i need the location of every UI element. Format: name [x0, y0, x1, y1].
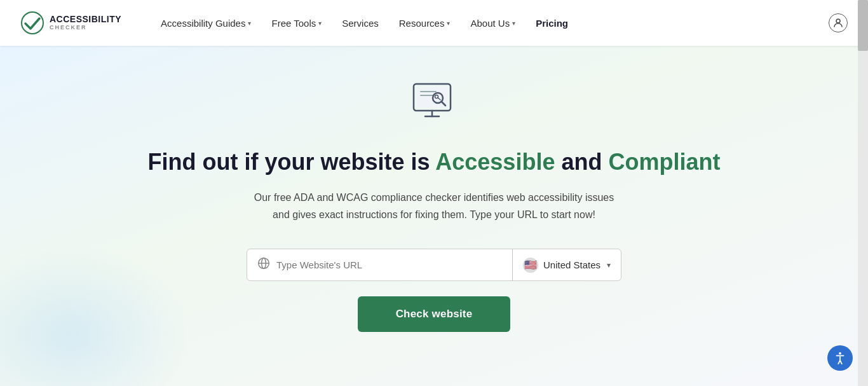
logo[interactable]: ACCESSIBILITY CHECKER: [20, 11, 121, 35]
hero-title-part1: Find out if your website is: [148, 149, 436, 175]
svg-point-16: [839, 352, 841, 355]
nav-label-free-tools: Free Tools: [271, 18, 316, 29]
chevron-down-icon: ▾: [318, 20, 322, 27]
nav-item-about-us[interactable]: About Us ▾: [461, 13, 524, 34]
nav-label-about-us: About Us: [470, 18, 510, 29]
nav-item-services[interactable]: Services: [333, 13, 388, 34]
nav-label-accessibility-guides: Accessibility Guides: [161, 18, 245, 29]
hero-title-part2: and: [555, 149, 608, 175]
nav-item-free-tools[interactable]: Free Tools ▾: [262, 13, 330, 34]
hero-section: Find out if your website is Accessible a…: [0, 46, 868, 386]
nav-item-pricing[interactable]: Pricing: [527, 13, 577, 34]
accessibility-badge[interactable]: [827, 345, 853, 371]
hero-title: Find out if your website is Accessible a…: [148, 148, 721, 177]
globe-icon: [257, 257, 270, 273]
logo-icon: [20, 11, 44, 35]
url-search-bar: 🇺🇸 United States ▾: [247, 249, 621, 281]
nav-item-resources[interactable]: Resources ▾: [390, 13, 459, 34]
hero-icon: [409, 76, 459, 127]
country-chevron-icon: ▾: [607, 261, 611, 270]
hero-title-accent1: Accessible: [435, 149, 555, 175]
user-account-icon[interactable]: [829, 13, 848, 32]
person-icon: [832, 17, 844, 29]
hero-subtitle-line1: Our free ADA and WCAG compliance checker…: [254, 192, 614, 203]
nav-links: Accessibility Guides ▾ Free Tools ▾ Serv…: [152, 13, 821, 34]
check-button-label: Check website: [396, 308, 473, 320]
navbar: ACCESSIBILITY CHECKER Accessibility Guid…: [0, 0, 868, 46]
chevron-down-icon: ▾: [447, 20, 450, 27]
svg-point-2: [836, 19, 840, 23]
nav-label-services: Services: [342, 18, 379, 29]
hero-subtitle: Our free ADA and WCAG compliance checker…: [254, 189, 614, 223]
flag-icon: 🇺🇸: [523, 258, 538, 273]
hero-subtitle-line2: and gives exact instructions for fixing …: [273, 209, 595, 220]
check-website-button[interactable]: Check website: [358, 296, 511, 332]
country-selector[interactable]: 🇺🇸 United States ▾: [513, 249, 621, 280]
url-input[interactable]: [276, 249, 502, 280]
logo-text: ACCESSIBILITY CHECKER: [50, 15, 121, 31]
scrollbar[interactable]: [858, 0, 868, 386]
country-label: United States: [543, 259, 602, 270]
hero-title-accent2: Compliant: [608, 149, 720, 175]
nav-item-accessibility-guides[interactable]: Accessibility Guides ▾: [152, 13, 260, 34]
accessibility-icon: [833, 351, 847, 365]
chevron-down-icon: ▾: [248, 20, 251, 27]
nav-label-pricing: Pricing: [536, 18, 568, 29]
hero-illustration: [409, 76, 459, 130]
url-input-section: [247, 249, 513, 280]
nav-label-resources: Resources: [399, 18, 445, 29]
logo-name-bottom: CHECKER: [50, 25, 121, 31]
scrollbar-thumb[interactable]: [858, 0, 868, 51]
chevron-down-icon: ▾: [512, 20, 515, 27]
logo-name-top: ACCESSIBILITY: [50, 15, 121, 24]
